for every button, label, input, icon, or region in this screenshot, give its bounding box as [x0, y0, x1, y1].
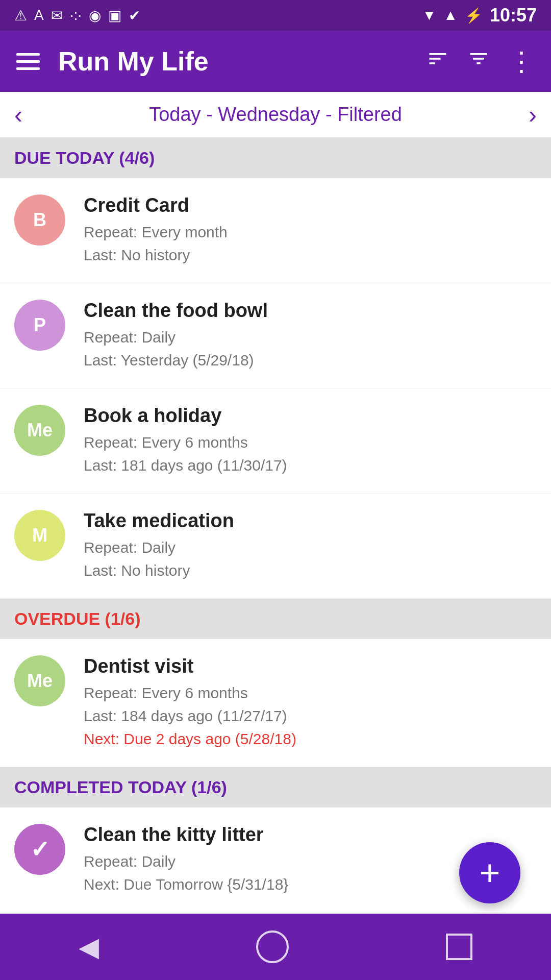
task-last: Last: No history — [84, 559, 537, 582]
task-info: Dentist visit Repeat: Every 6 months Las… — [84, 655, 537, 750]
task-last: Last: No history — [84, 243, 537, 266]
prev-day-button[interactable]: ‹ — [14, 101, 22, 129]
avatar: P — [14, 300, 65, 351]
sd-icon: ▣ — [108, 7, 121, 24]
avatar: Me — [14, 655, 65, 706]
battery-icon: ⚡ — [465, 7, 483, 24]
sort-icon[interactable] — [427, 47, 449, 75]
filter-icon[interactable] — [467, 47, 490, 75]
hamburger-line-2 — [16, 60, 40, 63]
task-title: Dentist visit — [84, 655, 537, 677]
avatar: B — [14, 194, 65, 246]
task-item[interactable]: M Take medication Repeat: Daily Last: No… — [0, 494, 551, 599]
a-icon: A — [34, 7, 44, 23]
back-button[interactable]: ◀ — [79, 932, 99, 962]
task-item[interactable]: Me Dentist visit Repeat: Every 6 months … — [0, 639, 551, 767]
status-time: 10:57 — [490, 5, 537, 26]
status-icons-left: ⚠ A ✉ ·:· ◉ ▣ ✔ — [14, 7, 140, 24]
current-day-label: Today - Wednesday - Filtered — [149, 104, 402, 126]
task-item[interactable]: P Clean the food bowl Repeat: Daily Last… — [0, 283, 551, 388]
circle-icon: ◉ — [89, 7, 101, 24]
task-title: Book a holiday — [84, 405, 537, 427]
task-next-overdue: Next: Due 2 days ago (5/28/18) — [84, 727, 537, 750]
task-repeat: Repeat: Every 6 months — [84, 681, 537, 704]
signal-icon: ▲ — [443, 7, 458, 23]
dots-icon: ·:· — [70, 7, 82, 23]
avatar: Me — [14, 405, 65, 456]
section-header-due-today: DUE TODAY (4/6) — [0, 138, 551, 178]
hamburger-line-1 — [16, 53, 40, 56]
date-nav-bar: ‹ Today - Wednesday - Filtered › — [0, 92, 551, 138]
hamburger-line-3 — [16, 67, 40, 70]
task-item[interactable]: Me Book a holiday Repeat: Every 6 months… — [0, 388, 551, 494]
add-task-button[interactable]: + — [459, 842, 520, 903]
app-title: Run My Life — [58, 46, 427, 77]
next-day-button[interactable]: › — [529, 101, 537, 129]
home-button[interactable] — [256, 930, 289, 963]
app-bar-actions: ⋮ — [427, 46, 535, 77]
avatar: M — [14, 510, 65, 561]
task-repeat: Repeat: Daily — [84, 536, 537, 559]
avatar: ✓ — [14, 824, 65, 875]
main-content: DUE TODAY (4/6) B Credit Card Repeat: Ev… — [0, 138, 551, 913]
warning-icon: ⚠ — [14, 7, 27, 24]
check-icon: ✔ — [129, 7, 140, 24]
task-last: Last: 184 days ago (11/27/17) — [84, 704, 537, 727]
plus-icon: + — [480, 855, 500, 891]
task-title: Credit Card — [84, 194, 537, 216]
task-title: Take medication — [84, 510, 537, 532]
task-title: Clean the food bowl — [84, 300, 537, 322]
task-info: Credit Card Repeat: Every month Last: No… — [84, 194, 537, 266]
recent-apps-button[interactable] — [446, 934, 472, 960]
status-icons-right: ▼ ▲ ⚡ 10:57 — [422, 5, 537, 26]
task-last: Last: 181 days ago (11/30/17) — [84, 454, 537, 477]
task-info: Clean the food bowl Repeat: Daily Last: … — [84, 300, 537, 372]
task-title: Clean the kitty litter — [84, 824, 537, 846]
task-repeat: Repeat: Every month — [84, 220, 537, 243]
section-header-completed: COMPLETED TODAY (1/6) — [0, 767, 551, 807]
wifi-icon: ▼ — [422, 7, 436, 23]
task-info: Book a holiday Repeat: Every 6 months La… — [84, 405, 537, 477]
mail-icon: ✉ — [51, 7, 63, 24]
task-last: Last: Yesterday (5/29/18) — [84, 349, 537, 372]
section-header-overdue: OVERDUE (1/6) — [0, 599, 551, 639]
task-info: Take medication Repeat: Daily Last: No h… — [84, 510, 537, 582]
task-repeat: Repeat: Every 6 months — [84, 431, 537, 454]
task-item[interactable]: B Credit Card Repeat: Every month Last: … — [0, 178, 551, 283]
task-repeat: Repeat: Daily — [84, 326, 537, 349]
bottom-nav: ◀ — [0, 914, 551, 980]
menu-button[interactable] — [16, 53, 40, 70]
more-icon[interactable]: ⋮ — [508, 46, 535, 77]
status-bar: ⚠ A ✉ ·:· ◉ ▣ ✔ ▼ ▲ ⚡ 10:57 — [0, 0, 551, 31]
app-bar: Run My Life ⋮ — [0, 31, 551, 92]
